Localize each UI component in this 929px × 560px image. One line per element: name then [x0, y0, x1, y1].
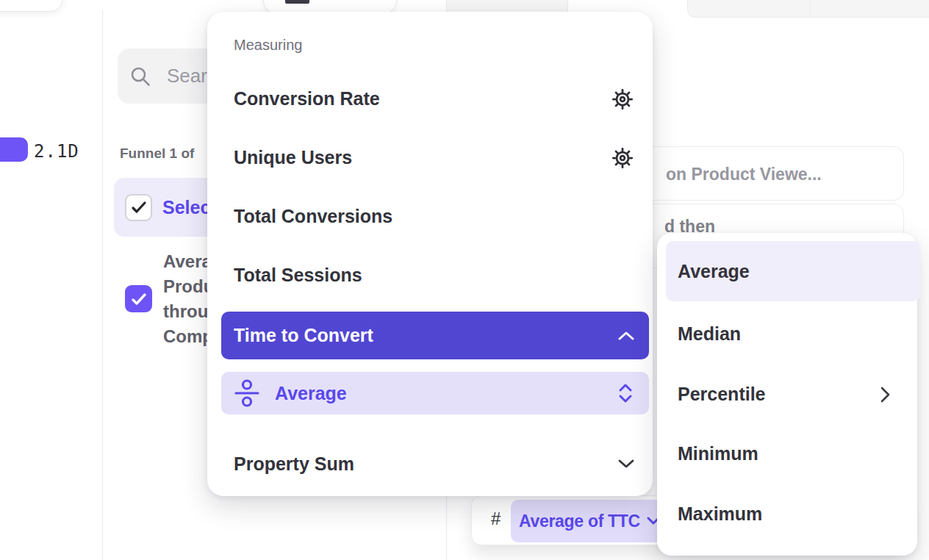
menu-item-total-conversions[interactable]: Total Conversions [234, 206, 392, 227]
toolbar-tab-b[interactable] [687, 0, 811, 18]
chevron-up-icon [618, 331, 634, 341]
menu-item-property-sum[interactable]: Property Sum [221, 442, 649, 486]
metric-type-symbol[interactable]: # [491, 509, 501, 529]
submenu-item-median[interactable]: Median [678, 323, 741, 345]
funnel-counter-label: Funnel 1 of [120, 146, 194, 162]
submenu-item-minimum[interactable]: Minimum [678, 443, 758, 464]
menu-subitem-average[interactable]: Average [221, 372, 649, 414]
chevron-down-icon [618, 459, 634, 469]
gear-icon[interactable] [611, 88, 634, 110]
measuring-menu-header: Measuring [234, 37, 302, 54]
menu-item-time-to-convert[interactable]: Time to Convert [221, 312, 649, 359]
checkmark-icon [131, 292, 147, 306]
menu-item-conversion-rate[interactable]: Conversion Rate [234, 88, 380, 110]
aggregation-submenu: Average Median Percentile Minimum Maximu… [657, 233, 917, 556]
submenu-item-percentile[interactable]: Percentile [678, 384, 766, 405]
top-left-card [0, 0, 63, 12]
chevron-right-icon [880, 387, 890, 403]
search-icon [129, 65, 151, 87]
funnel-step-color-chip [0, 137, 28, 162]
gear-icon[interactable] [611, 147, 634, 169]
menu-item-total-sessions[interactable]: Total Sessions [234, 265, 362, 286]
toolbar-button-icon [285, 0, 309, 4]
average-divide-icon [234, 378, 260, 408]
select-updown-icon [618, 382, 633, 404]
step-duration-label: 2.1D [34, 141, 79, 162]
toolbar-tab-c[interactable] [810, 0, 929, 18]
select-all-checkbox[interactable] [125, 194, 152, 221]
funnel-builder-screen: on Product Viewe... d then # Average of … [0, 0, 929, 560]
event-step-label[interactable]: on Product Viewe... [666, 165, 822, 184]
panel-divider-left [102, 10, 103, 560]
submenu-item-average[interactable]: Average [666, 241, 920, 301]
measuring-menu: Measuring Conversion Rate Unique Users T… [207, 12, 653, 496]
menu-item-unique-users[interactable]: Unique Users [234, 147, 352, 168]
metric-description-checkbox[interactable] [125, 285, 152, 312]
submenu-item-maximum[interactable]: Maximum [678, 503, 762, 525]
checkmark-icon [131, 201, 147, 214]
metric-aggregation-label: Average of TTC [519, 511, 640, 531]
